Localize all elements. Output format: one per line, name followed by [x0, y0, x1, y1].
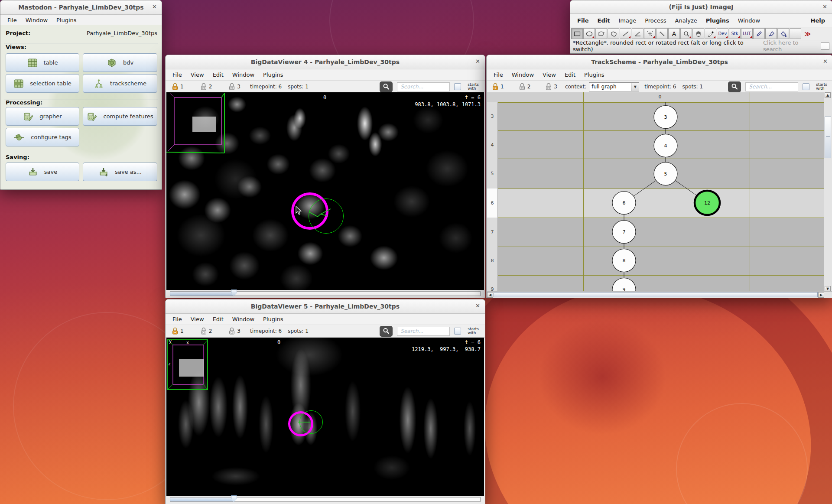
close-icon[interactable]: ✕ — [152, 4, 157, 10]
angle-tool-button[interactable] — [632, 28, 644, 39]
menu-plugins[interactable]: Plugins — [259, 316, 288, 322]
scroll-right-button[interactable]: ▶ — [818, 292, 824, 298]
menu-edit[interactable]: Edit — [208, 316, 228, 322]
compute-features-button[interactable]: compute features — [83, 107, 157, 126]
scroll-left-button[interactable]: ◀ — [487, 292, 493, 298]
search-button[interactable] — [380, 81, 393, 92]
menu-plugins[interactable]: Plugins — [580, 72, 609, 78]
menu-window[interactable]: Window — [21, 17, 52, 23]
line-tool-button[interactable] — [620, 28, 631, 39]
dev-tool-button[interactable]: Dev — [717, 28, 728, 39]
lock-icon-gold[interactable] — [492, 83, 499, 91]
stk-tool-button[interactable]: Stk — [729, 28, 741, 39]
bdv-button[interactable]: bdv — [83, 53, 157, 72]
more-tools-button[interactable]: ≫ — [802, 28, 813, 39]
lock-icon-gray[interactable] — [519, 83, 526, 91]
scroll-up-button[interactable]: ▲ — [825, 92, 831, 98]
starts-with-checkbox[interactable] — [454, 83, 461, 90]
search-button[interactable] — [728, 81, 741, 92]
menu-plugins[interactable]: Plugins — [259, 72, 288, 78]
menu-image[interactable]: Image — [614, 17, 640, 24]
lock-icon-gold[interactable] — [172, 83, 179, 91]
bdv5-titlebar[interactable]: BigDataViewer 5 - Parhyale_LimbDev_30tps… — [166, 299, 485, 314]
lock-icon-gray[interactable] — [200, 83, 207, 91]
menu-plugins[interactable]: Plugins — [702, 17, 734, 24]
menu-edit[interactable]: Edit — [560, 72, 580, 78]
lut-tool-button[interactable]: LUT — [741, 28, 753, 39]
bdv5-time-slider[interactable] — [166, 496, 484, 503]
menu-window[interactable]: Window — [228, 316, 259, 322]
bdv4-titlebar[interactable]: BigDataViewer 4 - Parhyale_LimbDev_30tps… — [166, 55, 485, 69]
menu-help[interactable]: Help — [806, 17, 829, 24]
vertical-scrollbar[interactable]: ▲ ▼ — [824, 92, 832, 292]
lock-icon-gray[interactable] — [228, 327, 235, 335]
grapher-button[interactable]: grapher — [6, 107, 79, 126]
search-input[interactable]: Search... — [397, 327, 450, 336]
fill-tool-button[interactable] — [777, 28, 789, 39]
spot-circle[interactable] — [309, 198, 344, 234]
point-tool-button[interactable] — [644, 28, 656, 39]
mastodon-titlebar[interactable]: Mastodon - Parhyale_LimbDev_30tps ✕ — [0, 0, 162, 15]
close-icon[interactable]: ✕ — [823, 59, 828, 65]
hand-tool-button[interactable] — [692, 28, 704, 39]
selection-table-button[interactable]: selection table — [6, 74, 79, 93]
menu-view[interactable]: View — [538, 72, 560, 78]
pencil-tool-button[interactable] — [753, 28, 765, 39]
oval-tool-button[interactable] — [583, 28, 595, 39]
vertical-scroll-thumb[interactable] — [825, 117, 831, 158]
menu-process[interactable]: Process — [640, 17, 670, 24]
trackscheme-titlebar[interactable]: TrackScheme - Parhyale_LimbDev_30tps ✕ — [487, 55, 832, 69]
close-icon[interactable]: ✕ — [475, 303, 480, 309]
search-input[interactable]: Search... — [397, 82, 450, 91]
menu-edit[interactable]: Edit — [593, 17, 614, 24]
save-button[interactable]: save — [6, 163, 79, 181]
menu-view[interactable]: View — [186, 72, 208, 78]
menu-window[interactable]: Window — [507, 72, 538, 78]
menu-edit[interactable]: Edit — [208, 72, 228, 78]
starts-with-checkbox[interactable] — [803, 83, 809, 90]
lock-icon-gray[interactable] — [200, 327, 207, 335]
menu-window[interactable]: Window — [734, 17, 764, 24]
freehand-tool-button[interactable] — [608, 28, 619, 39]
lock-icon-gold[interactable] — [172, 327, 179, 335]
menu-file[interactable]: File — [489, 72, 507, 78]
brush-tool-button[interactable] — [765, 28, 777, 39]
trackscheme-graph[interactable]: 0 3 4 5 6 7 8 9 345612789 — [487, 92, 832, 292]
rectangle-tool-button[interactable] — [571, 28, 583, 39]
search-input[interactable]: Search... — [745, 82, 798, 91]
menu-file[interactable]: File — [573, 17, 593, 24]
horizontal-scroll-thumb[interactable] — [494, 292, 818, 297]
wand-tool-button[interactable] — [656, 28, 668, 39]
bdv4-time-slider[interactable] — [166, 290, 484, 297]
table-button[interactable]: table — [6, 53, 79, 72]
horizontal-scrollbar[interactable]: ◀ ▶ — [487, 291, 832, 298]
bdv5-canvas[interactable]: y x z 0 t = 6 1219.3, 997.3, 938.7 — [166, 338, 484, 496]
context-combobox[interactable]: full graph ▼ — [589, 82, 639, 91]
trackscheme-button[interactable]: trackscheme — [83, 74, 157, 93]
save-as-button[interactable]: save as... — [83, 163, 157, 181]
menu-file[interactable]: File — [168, 316, 186, 322]
lock-icon-gray[interactable] — [545, 83, 552, 91]
imagej-search-box[interactable] — [821, 42, 829, 50]
close-icon[interactable]: ✕ — [475, 59, 480, 65]
polygon-tool-button[interactable] — [595, 28, 607, 39]
lineage-tree[interactable]: 345612789 — [487, 92, 825, 292]
empty-tool-slot[interactable] — [790, 28, 801, 39]
menu-analyze[interactable]: Analyze — [671, 17, 702, 24]
menu-file[interactable]: File — [3, 17, 21, 23]
imagej-search-placeholder[interactable]: Click here to search — [763, 39, 818, 52]
time-slider-track[interactable] — [170, 497, 481, 502]
bdv4-canvas[interactable]: 0 t = 6 983.8, 1003.8, 1071.3 — [166, 92, 484, 290]
starts-with-checkbox[interactable] — [454, 328, 461, 335]
search-button[interactable] — [380, 326, 393, 337]
spot-circle[interactable] — [299, 410, 323, 434]
color-picker-tool-button[interactable] — [705, 28, 716, 39]
configure-tags-button[interactable]: configure tags — [6, 128, 79, 146]
lock-icon-gray[interactable] — [228, 83, 235, 91]
time-slider-track[interactable] — [170, 291, 481, 296]
menu-plugins[interactable]: Plugins — [52, 17, 81, 23]
close-icon[interactable]: ✕ — [822, 4, 827, 10]
chevron-down-icon[interactable]: ▼ — [631, 82, 639, 91]
menu-file[interactable]: File — [168, 72, 186, 78]
zoom-tool-button[interactable] — [680, 28, 692, 39]
